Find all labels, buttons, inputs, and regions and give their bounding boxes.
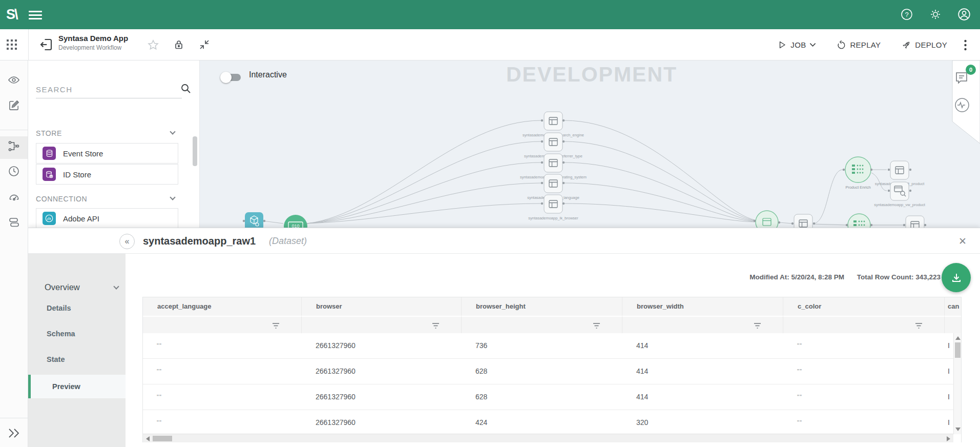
node-product-enrich[interactable]: Product Enrich: [843, 157, 872, 190]
chevron-down-icon: [809, 43, 816, 47]
horizontal-scroll-thumb[interactable]: [153, 436, 172, 441]
interactive-toggle-label: Interactive: [249, 70, 287, 79]
nav-item-preview: Preview: [52, 382, 80, 391]
column-filter[interactable]: [622, 316, 783, 333]
column-header[interactable]: browser: [302, 297, 462, 316]
search-input[interactable]: [36, 83, 182, 98]
store-collapse-chevron-icon[interactable]: [170, 129, 175, 134]
app-launcher-icon[interactable]: [6, 39, 17, 50]
store-section-header: STORE: [36, 129, 62, 137]
svg-text:?: ?: [905, 11, 908, 18]
search-icon[interactable]: [180, 83, 192, 94]
scroll-down-icon[interactable]: [955, 428, 961, 431]
table-body: ""2661327960 736414 ""I ""2661327960 628…: [143, 333, 961, 434]
nav-overview[interactable]: Overview: [45, 282, 80, 292]
column-filter[interactable]: [945, 316, 961, 333]
scroll-right-icon[interactable]: [947, 436, 950, 441]
interactive-toggle[interactable]: [221, 73, 242, 82]
column-header[interactable]: accept_language: [143, 297, 302, 316]
expand-panel-icon[interactable]: [6, 425, 22, 441]
column-filter[interactable]: [143, 316, 302, 333]
deploy-button[interactable]: DEPLOY: [894, 35, 954, 55]
column-filter[interactable]: [302, 316, 462, 333]
sheet-header: « syntasademoapp_raw1 (Dataset) ✕: [28, 228, 980, 254]
edit-icon[interactable]: [6, 97, 22, 113]
workflow-graph-icon[interactable]: [6, 138, 22, 154]
palette-scrollbar[interactable]: [193, 136, 197, 166]
palette-item-id-store[interactable]: ID Store: [36, 164, 178, 185]
left-icon-rail: [0, 60, 28, 447]
hamburger-menu-icon[interactable]: [29, 9, 42, 20]
top-app-bar: S\ ?: [0, 0, 980, 29]
event-store-database-icon: [43, 147, 56, 160]
svg-text:Product Enrich: Product Enrich: [845, 185, 870, 190]
table-row[interactable]: ""2661327960 424320 ""I: [143, 410, 961, 434]
settings-gear-icon[interactable]: [928, 7, 943, 22]
connection-section-header: CONNECTION: [36, 195, 87, 203]
exit-workflow-icon[interactable]: [38, 37, 54, 52]
modified-at-label: Modified At: 5/20/24, 8:28 PM: [749, 273, 844, 281]
dataset-type-label: (Dataset): [269, 236, 307, 247]
more-options-icon[interactable]: [961, 38, 970, 52]
svg-text:0: 0: [969, 67, 972, 73]
dashboard-gauge-icon[interactable]: [6, 189, 22, 205]
palette-item-event-store[interactable]: Event Store: [36, 143, 178, 164]
nav-item-state[interactable]: State: [47, 355, 65, 363]
dataset-detail-sheet: « syntasademoapp_raw1 (Dataset) ✕ Overvi…: [28, 228, 980, 447]
column-filter[interactable]: [783, 316, 945, 333]
download-button[interactable]: [942, 263, 971, 292]
history-clock-icon[interactable]: [6, 164, 22, 179]
vertical-scroll-thumb[interactable]: [955, 342, 961, 358]
palette-item-adobe-api[interactable]: Adobe API: [36, 208, 178, 229]
workflow-title: Syntasa Demo App: [58, 34, 128, 43]
svg-text:syntasademoapp_vw_product: syntasademoapp_vw_product: [874, 202, 926, 207]
view-eye-icon[interactable]: [6, 72, 22, 88]
notes-badge: 0: [966, 65, 976, 75]
table-row[interactable]: ""2661327960 736414 ""I: [143, 333, 961, 359]
table-row[interactable]: ""2661327960 628414 ""I: [143, 384, 961, 410]
adobe-api-icon: [43, 212, 56, 225]
horizontal-scrollbar[interactable]: [143, 434, 953, 442]
lock-icon[interactable]: [173, 38, 186, 52]
svg-text:syntasademoapp_lk_browser: syntasademoapp_lk_browser: [528, 216, 578, 220]
scroll-left-icon[interactable]: [146, 436, 150, 441]
scroll-up-icon[interactable]: [955, 336, 961, 340]
account-icon[interactable]: [956, 7, 972, 22]
job-button[interactable]: JOB: [770, 35, 823, 55]
column-header[interactable]: browser_height: [462, 297, 622, 316]
rocket-icon: [901, 40, 911, 50]
connection-collapse-chevron-icon[interactable]: [170, 194, 175, 200]
replay-icon: [837, 40, 846, 50]
nav-item-schema[interactable]: Schema: [47, 330, 75, 338]
database-storage-icon[interactable]: [6, 215, 22, 230]
preview-table: accept_language browser browser_height b…: [142, 297, 962, 442]
workflow-toolbar: Syntasa Demo App Development Workflow In…: [0, 29, 980, 60]
close-sheet-icon[interactable]: ✕: [958, 235, 967, 247]
vertical-scrollbar[interactable]: [953, 333, 961, 434]
table-header-row: accept_language browser browser_height b…: [143, 297, 961, 316]
overview-chevron-icon: [113, 283, 119, 289]
dataset-title: syntasademoapp_raw1: [143, 235, 256, 247]
collapse-icon[interactable]: [198, 38, 212, 52]
replay-button[interactable]: REPLAY: [829, 35, 888, 55]
help-icon[interactable]: ?: [899, 7, 914, 22]
column-header[interactable]: c_color: [783, 297, 945, 316]
column-header[interactable]: browser_width: [622, 297, 783, 316]
nav-item-details[interactable]: Details: [47, 304, 71, 312]
workflow-subtitle: Development Workflow: [58, 44, 128, 51]
nav-item-preview-selected[interactable]: Preview: [28, 375, 126, 398]
favorite-star-icon[interactable]: [147, 38, 160, 52]
column-header[interactable]: can: [945, 297, 961, 316]
table-row[interactable]: ""2661327960 628414 ""I: [143, 359, 961, 384]
environment-watermark: DEVELOPMENT: [441, 63, 743, 87]
activity-pulse-icon[interactable]: [955, 98, 969, 112]
row-count-label: Total Row Count: 343,223: [857, 273, 941, 281]
play-icon: [777, 40, 787, 50]
syntasa-logo: S\: [6, 7, 17, 23]
column-filter[interactable]: [462, 316, 622, 333]
sheet-side-nav: Overview Details Schema State Preview: [28, 254, 126, 447]
table-filter-row: [143, 316, 961, 333]
collapse-sheet-button[interactable]: «: [119, 234, 135, 249]
id-store-database-icon: [43, 168, 56, 181]
